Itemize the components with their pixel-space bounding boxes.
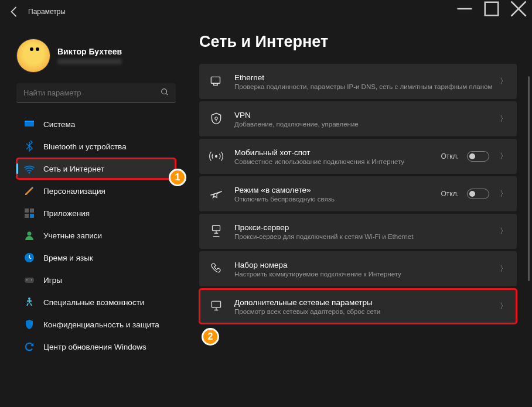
- arrow-left-icon: [7, 5, 21, 19]
- card-advanced[interactable]: Дополнительные сетевые параметрыПросмотр…: [199, 289, 517, 324]
- card-hotspot[interactable]: Мобильный хот-спотСовместное использован…: [199, 139, 517, 174]
- svg-rect-0: [485, 2, 499, 16]
- svg-rect-19: [212, 301, 220, 307]
- toggle-airplane[interactable]: [467, 189, 489, 199]
- chevron-right-icon: 〉: [500, 76, 507, 87]
- svg-point-16: [215, 117, 217, 119]
- search-box[interactable]: [16, 83, 176, 103]
- nav-list: СистемаBluetooth и устройстваСеть и Инте…: [16, 114, 176, 357]
- sidebar-item-label: Приложения: [43, 209, 90, 218]
- time-icon: [23, 252, 35, 264]
- sidebar-item-label: Bluetooth и устройства: [43, 142, 127, 151]
- proxy-icon: [209, 224, 224, 239]
- gaming-icon: [23, 274, 35, 286]
- back-button[interactable]: [7, 5, 21, 19]
- sidebar-item-network[interactable]: Сеть и Интернет: [16, 158, 176, 179]
- svg-rect-15: [211, 77, 220, 83]
- chevron-right-icon: 〉: [500, 114, 507, 124]
- toggle-hotspot[interactable]: [467, 151, 489, 162]
- close-button[interactable]: [505, 0, 532, 18]
- card-title: Дополнительные сетевые параметры: [234, 298, 500, 307]
- card-title: VPN: [234, 111, 500, 119]
- advanced-icon: [209, 299, 224, 314]
- card-title: Режим «в самолете»: [234, 186, 441, 194]
- sidebar-item-update[interactable]: Центр обновления Windows: [16, 336, 176, 357]
- sidebar-item-label: Игры: [43, 276, 62, 285]
- network-icon: [23, 163, 35, 175]
- privacy-icon: [23, 319, 35, 330]
- card-dialup[interactable]: Набор номераНастроить коммутируемое подк…: [199, 251, 517, 286]
- annotation-badge-1: 1: [169, 169, 186, 186]
- card-ethernet[interactable]: EthernetПроверка подлинности, параметры …: [199, 64, 517, 99]
- sidebar-item-label: Сеть и Интернет: [43, 165, 104, 173]
- chevron-right-icon: 〉: [500, 301, 507, 312]
- svg-rect-11: [25, 278, 34, 283]
- svg-point-9: [28, 232, 32, 236]
- search-icon: [161, 88, 169, 98]
- profile-email: [57, 59, 122, 64]
- app-title: Параметры: [28, 8, 66, 16]
- sidebar-item-time[interactable]: Время и язык: [16, 247, 176, 268]
- card-subtitle: Совместное использование подключения к И…: [234, 158, 441, 165]
- accounts-icon: [23, 230, 35, 241]
- svg-point-17: [215, 155, 217, 158]
- svg-rect-18: [213, 225, 220, 231]
- sidebar-item-label: Специальные возможности: [43, 298, 144, 307]
- card-title: Набор номера: [234, 261, 500, 269]
- minimize-button[interactable]: [451, 0, 478, 18]
- main-panel: Сеть и Интернет EthernetПроверка подлинн…: [182, 23, 532, 407]
- sidebar-item-accounts[interactable]: Учетные записи: [16, 225, 176, 246]
- dialup-icon: [209, 261, 224, 276]
- vpn-icon: [209, 111, 224, 126]
- card-subtitle: Прокси-сервер для подключений к сетям Wi…: [234, 233, 500, 240]
- scrollbar[interactable]: [528, 76, 530, 281]
- sidebar-item-label: Конфиденциальность и защита: [43, 320, 159, 329]
- maximize-button[interactable]: [478, 0, 505, 18]
- sidebar-item-gaming[interactable]: Игры: [16, 269, 176, 290]
- svg-rect-3: [25, 121, 34, 122]
- svg-rect-6: [30, 208, 34, 213]
- card-airplane[interactable]: Режим «в самолете»Отключить беспроводную…: [199, 176, 517, 211]
- annotation-badge-2: 2: [202, 328, 219, 346]
- svg-rect-7: [25, 214, 29, 218]
- sidebar-item-label: Персонализация: [43, 187, 105, 196]
- accessibility-icon: [23, 296, 35, 308]
- update-icon: [23, 341, 35, 353]
- svg-point-4: [29, 172, 30, 174]
- card-status: Откл.: [441, 190, 459, 198]
- sidebar-item-label: Система: [43, 120, 75, 129]
- card-title: Мобильный хот-спот: [234, 148, 441, 157]
- chevron-right-icon: 〉: [500, 264, 507, 274]
- card-subtitle: Просмотр всех сетевых адаптеров, сброс с…: [234, 308, 500, 315]
- card-subtitle: Отключить беспроводную связь: [234, 196, 441, 203]
- sidebar-item-system[interactable]: Система: [16, 114, 176, 135]
- hotspot-icon: [209, 149, 224, 164]
- airplane-icon: [209, 186, 224, 201]
- svg-point-14: [28, 297, 30, 300]
- sidebar-item-apps[interactable]: Приложения: [16, 203, 176, 224]
- card-vpn[interactable]: VPNДобавление, подключение, управление〉: [199, 101, 517, 136]
- sidebar-item-personalization[interactable]: Персонализация: [16, 180, 176, 201]
- titlebar: Параметры: [0, 0, 532, 23]
- svg-point-12: [26, 279, 28, 281]
- sidebar: Виктор Бухтеев СистемаBluetooth и устрой…: [0, 23, 182, 407]
- sidebar-item-label: Центр обновления Windows: [43, 343, 146, 351]
- chevron-right-icon: 〉: [500, 151, 507, 162]
- profile[interactable]: Виктор Бухтеев: [16, 39, 176, 73]
- sidebar-item-privacy[interactable]: Конфиденциальность и защита: [16, 314, 176, 335]
- bluetooth-icon: [23, 141, 35, 152]
- settings-cards: EthernetПроверка подлинности, параметры …: [199, 64, 517, 324]
- ethernet-icon: [209, 74, 224, 89]
- search-input[interactable]: [23, 88, 161, 97]
- card-proxy[interactable]: Прокси-серверПрокси-сервер для подключен…: [199, 214, 517, 249]
- sidebar-item-accessibility[interactable]: Специальные возможности: [16, 292, 176, 313]
- sidebar-item-label: Учетные записи: [43, 231, 102, 240]
- svg-point-13: [31, 279, 32, 281]
- chevron-right-icon: 〉: [500, 226, 507, 237]
- sidebar-item-bluetooth[interactable]: Bluetooth и устройства: [16, 136, 176, 157]
- page-title: Сеть и Интернет: [199, 33, 517, 51]
- card-subtitle: Настроить коммутируемое подключение к Ин…: [234, 271, 500, 278]
- svg-point-1: [162, 88, 167, 94]
- profile-name: Виктор Бухтеев: [57, 47, 122, 56]
- sidebar-item-label: Время и язык: [43, 254, 93, 262]
